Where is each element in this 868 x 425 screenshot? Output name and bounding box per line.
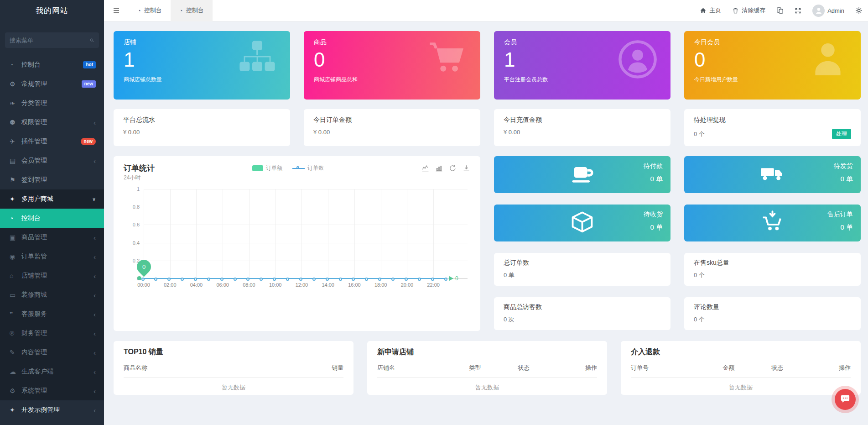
right-stats-grid: 待付款0 单待发货0 单待收货0 单售后订单0 单总订单数0 单在售sku总量0… xyxy=(494,156,861,331)
chevron-left-icon: ‹ xyxy=(94,273,96,279)
h-gridline xyxy=(144,261,468,261)
sidebar-item-system[interactable]: ⚙系统管理‹ xyxy=(0,381,104,400)
table-column-header: 状态 xyxy=(753,364,802,372)
legend-order-amount[interactable]: 订单额 xyxy=(252,164,282,172)
y-axis-label: 0.4 xyxy=(133,240,140,246)
order-card-label: 售后订单 xyxy=(827,210,853,219)
sidebar-item-member[interactable]: ▤会员管理‹ xyxy=(0,151,104,170)
sidebar-item-plugin[interactable]: ✈插件管理new xyxy=(0,132,104,151)
new-badge: new xyxy=(82,80,96,88)
data-point xyxy=(194,278,197,281)
line-chart-icon[interactable] xyxy=(421,164,429,172)
sidebar-item-finance[interactable]: ℗财务管理‹ xyxy=(0,324,104,343)
sidebar-item-service[interactable]: ❞客服服务‹ xyxy=(0,304,104,324)
sidebar-item-console[interactable]: ◔控制台hot xyxy=(0,55,104,74)
x-axis-label: 20:00 xyxy=(397,282,417,288)
chat-button[interactable] xyxy=(835,389,856,410)
settings-button[interactable] xyxy=(855,7,863,14)
refresh-icon[interactable] xyxy=(449,164,457,172)
home-link[interactable]: 主页 xyxy=(700,6,721,15)
bar-chart-icon[interactable] xyxy=(435,164,443,172)
table-column-header: 状态 xyxy=(499,364,548,372)
map-marker-icon: ⚑ xyxy=(10,176,21,184)
v-gridline xyxy=(196,189,197,278)
clear-cache-button[interactable]: 清除缓存 xyxy=(732,6,765,15)
markline-start-dot xyxy=(137,276,141,280)
sidebar-item-order-monitor[interactable]: ◉订单监管‹ xyxy=(0,247,104,266)
new-badge: new xyxy=(81,138,96,145)
user-menu[interactable]: Admin xyxy=(812,5,844,17)
deal-badge[interactable]: 处理 xyxy=(832,129,851,139)
sidebar-item-client[interactable]: ☁生成客户端‹ xyxy=(0,362,104,381)
mini-card-title: 总订单数 xyxy=(504,259,661,267)
tab-console-2[interactable]: ◔ 控制台 xyxy=(171,0,213,21)
stat-card-members[interactable]: 会员1平台注册会员总数 xyxy=(494,31,670,100)
topbar-actions: 主页 清除缓存 Admin xyxy=(700,5,868,17)
pin-value: 0 xyxy=(142,263,146,270)
logo-dash: — xyxy=(0,21,104,29)
hot-badge: hot xyxy=(83,61,96,68)
order-card-pending-payment[interactable]: 待付款0 单 xyxy=(494,156,670,193)
sidebar-item-label: 控制台 xyxy=(21,61,83,69)
v-gridline xyxy=(381,189,381,278)
order-card-pending-receipt[interactable]: 待收货0 单 xyxy=(494,205,670,241)
leaf-icon: ❧ xyxy=(10,100,21,107)
table-header-row: 店铺名类型状态操作 xyxy=(377,364,597,378)
stat-card-today-members[interactable]: 今日会员0今日新增用户数量 xyxy=(684,31,861,100)
sidebar-item-dev-example[interactable]: ✦开发示例管理‹ xyxy=(0,400,104,420)
tab-label: 控制台 xyxy=(186,6,204,15)
translate-icon xyxy=(776,7,784,14)
sidebar-item-label: 控制台 xyxy=(21,214,96,222)
order-card-pending-delivery[interactable]: 待发货0 单 xyxy=(684,156,861,193)
search-icon xyxy=(90,37,94,44)
menu-toggle-button[interactable] xyxy=(104,0,129,21)
truck-icon xyxy=(692,181,853,189)
x-axis-label: 22:00 xyxy=(423,282,443,288)
sidebar-item-decorate[interactable]: ▭装修商城‹ xyxy=(0,285,104,304)
clear-cache-label: 清除缓存 xyxy=(742,6,765,15)
download-icon[interactable] xyxy=(463,164,470,172)
chevron-left-icon: ‹ xyxy=(94,349,96,356)
menu-search-input[interactable] xyxy=(10,37,90,44)
order-card-after-sale[interactable]: 售后订单0 单 xyxy=(684,205,861,241)
sidebar-item-label: 权限管理 xyxy=(21,118,94,126)
sidebar-item-label: 插件管理 xyxy=(21,137,81,146)
sidebar-item-shop[interactable]: ⌂店铺管理‹ xyxy=(0,266,104,285)
sidebar-search xyxy=(5,32,99,48)
sidebar-item-mall-console[interactable]: ◔控制台 xyxy=(0,209,104,228)
sidebar-item-checkin[interactable]: ⚑签到管理 xyxy=(0,170,104,189)
sidebar-item-goods[interactable]: ▣商品管理‹ xyxy=(0,228,104,247)
stat-card-goods[interactable]: 商品0商城店铺商品总和 xyxy=(304,31,480,100)
fullscreen-icon xyxy=(795,7,801,14)
sidebar-item-content[interactable]: ✎内容管理‹ xyxy=(0,343,104,362)
gears-icon: ⚙ xyxy=(10,80,21,88)
data-point xyxy=(418,278,421,281)
order-card-label: 待收货 xyxy=(644,210,663,219)
mini-card-title: 评论数量 xyxy=(694,303,851,311)
stat-card-shops[interactable]: 店铺1商城店铺总数量 xyxy=(114,31,290,100)
sidebar-item-multi-mall[interactable]: ✦多用户商城∨ xyxy=(0,189,104,209)
h-gridline xyxy=(144,189,468,189)
magic-icon: ✦ xyxy=(10,195,21,203)
home-icon xyxy=(700,7,707,14)
translate-button[interactable] xyxy=(776,7,784,14)
table-column-header: 商品名称 xyxy=(124,364,234,372)
mini-card-value: 0 个 xyxy=(694,315,851,324)
sidebar-item-label: 签到管理 xyxy=(21,176,96,184)
chart-title: 订单统计 xyxy=(124,163,155,173)
table-column-header: 操作 xyxy=(802,364,851,372)
avatar xyxy=(812,5,825,17)
stat-cards-row: 店铺1商城店铺总数量商品0商城店铺商品总和会员1平台注册会员总数今日会员0今日新… xyxy=(114,31,861,100)
menu-icon xyxy=(113,7,120,14)
fullscreen-button[interactable] xyxy=(795,7,801,14)
legend-order-count[interactable]: 订单数 xyxy=(292,164,324,172)
sidebar-item-permission[interactable]: ⚉权限管理‹ xyxy=(0,113,104,132)
money-card-value-row: 0 个处理 xyxy=(694,129,851,139)
v-gridline xyxy=(354,189,355,278)
cart-return-icon xyxy=(692,229,853,237)
tab-console-1[interactable]: ◔ 控制台 xyxy=(129,0,171,21)
sidebar-item-category[interactable]: ❧分类管理 xyxy=(0,94,104,113)
data-point xyxy=(431,278,434,281)
sidebar-item-general[interactable]: ⚙常规管理new xyxy=(0,74,104,94)
empty-placeholder: 暂无数据 xyxy=(631,383,851,392)
